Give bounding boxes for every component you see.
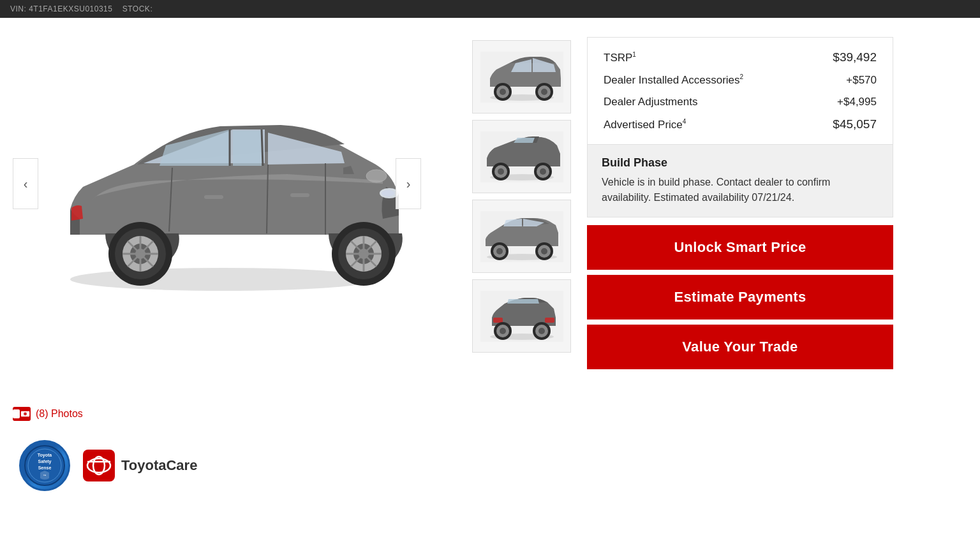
right-arrow-icon: ›	[406, 177, 411, 191]
svg-text:Toyota: Toyota	[38, 453, 52, 458]
svg-text:Sense: Sense	[38, 466, 52, 470]
build-phase-box: Build Phase Vehicle is in build phase. C…	[587, 145, 893, 217]
svg-point-73	[500, 328, 506, 334]
left-arrow-icon: ‹	[24, 177, 28, 191]
car-illustration	[32, 69, 415, 298]
tsrp-row: TSRP1 $39,492	[604, 50, 877, 64]
advertised-sup: 4	[683, 118, 687, 125]
thumbnail-3[interactable]	[472, 200, 571, 273]
svg-line-2	[262, 129, 263, 166]
next-image-button[interactable]: ›	[396, 158, 421, 209]
build-phase-title: Build Phase	[602, 156, 879, 170]
build-phase-description: Vehicle is in build phase. Contact deale…	[602, 175, 879, 205]
accessories-row: Dealer Installed Accessories2 +$570	[604, 73, 877, 87]
svg-point-55	[498, 168, 504, 175]
svg-point-4	[382, 190, 394, 196]
estimate-payments-button[interactable]: Estimate Payments	[587, 275, 893, 320]
thumb1-svg	[480, 52, 563, 103]
camera-svg	[20, 407, 31, 421]
svg-text:Safety: Safety	[38, 459, 51, 464]
svg-text:™: ™	[43, 474, 47, 478]
toyota-care-badge: ToyotaCare	[83, 450, 197, 481]
svg-point-66	[541, 248, 547, 254]
car-image-section: ‹	[13, 37, 459, 532]
cta-buttons: Unlock Smart Price Estimate Payments Val…	[587, 225, 893, 369]
svg-point-63	[496, 248, 503, 254]
svg-point-76	[538, 328, 545, 334]
vin-stock-text: VIN: 4T1FA1EKXSU010315 STOCK:	[10, 4, 152, 13]
value-your-trade-button[interactable]: Value Your Trade	[587, 325, 893, 369]
photos-link[interactable]: (8) Photos	[13, 407, 459, 421]
svg-point-47	[500, 89, 506, 95]
prev-image-button[interactable]: ‹	[13, 158, 38, 209]
camera-icon	[13, 407, 31, 421]
thumbnail-1[interactable]	[472, 40, 571, 114]
svg-rect-70	[545, 318, 554, 323]
svg-point-58	[540, 168, 546, 175]
accessories-sup: 2	[740, 73, 744, 80]
unlock-smart-price-button[interactable]: Unlock Smart Price	[587, 225, 893, 270]
advertised-label: Advertised Price4	[604, 118, 686, 131]
thumb4-svg	[480, 291, 563, 342]
advertised-price-row: Advertised Price4 $45,057	[604, 117, 877, 131]
svg-point-28	[366, 170, 387, 182]
tss-badge-svg: Toyota Safety Sense ™	[24, 445, 65, 486]
adjustments-row: Dealer Adjustments +$4,995	[604, 96, 877, 108]
adjustments-value: +$4,995	[837, 96, 877, 108]
thumbnail-2[interactable]	[472, 120, 571, 193]
toyota-care-text: ToyotaCare	[121, 457, 197, 474]
svg-point-50	[541, 89, 547, 95]
pricing-section: TSRP1 $39,492 Dealer Installed Accessori…	[587, 37, 893, 532]
car-main-image-container: ‹	[13, 37, 434, 330]
svg-rect-69	[493, 318, 503, 323]
accessories-value: +$570	[846, 74, 877, 87]
photos-count-text: (8) Photos	[36, 408, 83, 420]
adjustments-label: Dealer Adjustments	[604, 96, 697, 108]
svg-rect-8	[204, 195, 223, 199]
top-bar: VIN: 4T1FA1EKXSU010315 STOCK:	[0, 0, 980, 18]
main-content: ‹	[0, 18, 980, 551]
thumb2-svg	[480, 131, 563, 182]
pricing-table: TSRP1 $39,492 Dealer Installed Accessori…	[587, 37, 893, 145]
tsrp-label: TSRP1	[604, 51, 636, 64]
thumbnail-4[interactable]	[472, 279, 571, 353]
svg-rect-9	[290, 193, 309, 197]
tsrp-sup: 1	[632, 51, 636, 58]
toyota-logo-icon	[83, 450, 115, 481]
advertised-value: $45,057	[833, 117, 877, 131]
tsrp-value: $39,492	[833, 50, 877, 64]
toyota-safety-sense-badge: Toyota Safety Sense ™	[19, 440, 70, 491]
thumb3-svg	[480, 211, 563, 262]
svg-point-32	[24, 413, 26, 415]
thumbnails-section	[472, 37, 574, 532]
accessories-label: Dealer Installed Accessories2	[604, 73, 743, 87]
badges-section: Toyota Safety Sense ™ ToyotaCare	[13, 440, 459, 491]
car-main-image	[32, 69, 415, 298]
